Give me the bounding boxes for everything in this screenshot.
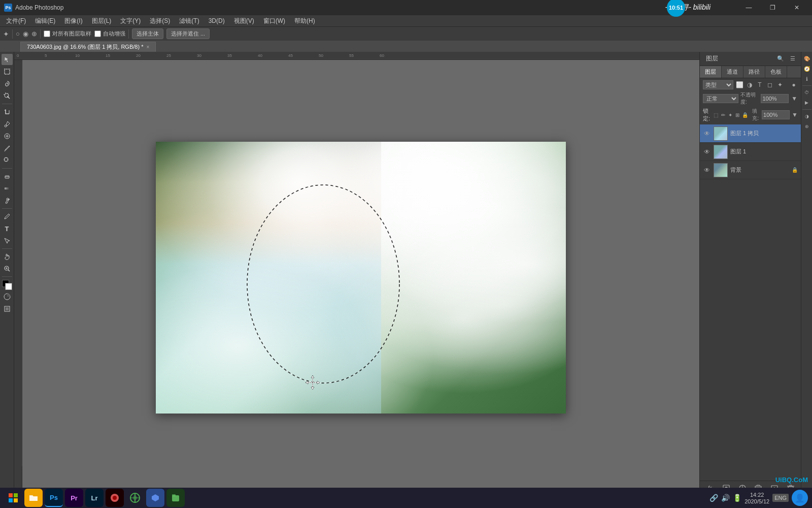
minimize-button[interactable]: —: [737, 1, 760, 15]
right-actions-icon[interactable]: ▶: [802, 98, 811, 107]
layer-type-select[interactable]: 类型: [703, 80, 733, 89]
right-color-icon[interactable]: 🎨: [802, 54, 811, 63]
tab-channels[interactable]: 通道: [722, 66, 743, 78]
tool-eyedropper[interactable]: [2, 118, 13, 130]
menu-image[interactable]: 图像(I): [60, 16, 86, 26]
tab-paths[interactable]: 路径: [743, 66, 765, 78]
tool-selection[interactable]: [2, 54, 13, 65]
layer-opacity-input[interactable]: [761, 94, 789, 103]
layer-item-1[interactable]: 👁 图层 1: [700, 143, 801, 161]
lock-position-button[interactable]: ✦: [728, 111, 733, 119]
lock-pixels-button[interactable]: ✏: [720, 111, 725, 119]
tool-pen[interactable]: [2, 211, 13, 222]
file-tab[interactable]: 730A0603.jpg @ 16.6% (图层 1 拷贝, RGB/8) * …: [20, 42, 156, 52]
lock-all-button[interactable]: 🔒: [742, 111, 748, 119]
menu-bar: 文件(F) 编辑(E) 图像(I) 图层(L) 文字(Y) 选择(S) 滤镜(T…: [0, 15, 812, 26]
svg-text:0: 0: [17, 53, 19, 58]
layer-visibility-bg[interactable]: 👁: [703, 166, 711, 174]
tool-quick-mask[interactable]: [2, 291, 13, 302]
tray-volume-icon[interactable]: 🔊: [721, 494, 730, 502]
tab-bar: 730A0603.jpg @ 16.6% (图层 1 拷贝, RGB/8) * …: [0, 41, 812, 52]
tool-icon-1[interactable]: ✦: [3, 30, 9, 38]
layer-visibility-copy[interactable]: 👁: [703, 130, 711, 138]
taskbar-davinci[interactable]: [106, 489, 124, 507]
tool-icon-3[interactable]: ◉: [23, 30, 28, 38]
tool-marquee[interactable]: [2, 66, 13, 77]
layer-filter-shape-icon[interactable]: ◻: [766, 81, 774, 89]
tool-hand[interactable]: [2, 251, 13, 262]
tool-gradient[interactable]: [2, 183, 13, 194]
tool-icon-4[interactable]: ⊕: [31, 30, 37, 38]
layer-item-background[interactable]: 👁 背景 🔒: [700, 161, 801, 179]
panel-search-icon[interactable]: 🔍: [775, 54, 786, 64]
menu-help[interactable]: 帮助(H): [290, 16, 319, 26]
start-button[interactable]: [4, 489, 22, 507]
window-controls[interactable]: — ❐ ✕: [737, 1, 808, 15]
tool-magic-wand[interactable]: [2, 90, 13, 102]
layer-fill-input[interactable]: [762, 110, 790, 119]
tab-close-button[interactable]: ×: [146, 44, 149, 50]
right-navigator-icon[interactable]: 🧭: [802, 64, 811, 73]
tray-network-icon[interactable]: 🔗: [709, 494, 718, 502]
menu-3d[interactable]: 3D(D): [205, 16, 229, 25]
right-adjust-icon[interactable]: ◑: [802, 112, 811, 121]
taskbar-file-explorer[interactable]: [24, 489, 43, 507]
input-method-indicator[interactable]: ENG: [772, 494, 789, 502]
taskbar-browser[interactable]: [126, 489, 144, 507]
layer-filter-toggle[interactable]: ●: [790, 81, 798, 89]
tray-battery-icon[interactable]: 🔋: [733, 494, 741, 502]
menu-select[interactable]: 选择(S): [146, 16, 174, 26]
panel-menu-icon[interactable]: ☰: [788, 54, 798, 64]
lock-transparent-button[interactable]: ⬚: [713, 111, 718, 119]
menu-window[interactable]: 窗口(W): [259, 16, 289, 26]
taskbar-lightroom[interactable]: Lr: [85, 489, 104, 507]
restore-button[interactable]: ❐: [761, 1, 784, 15]
tool-screen-mode[interactable]: [2, 303, 13, 314]
tool-dodge[interactable]: [2, 195, 13, 206]
layer-item-copy[interactable]: 👁 图层 1 拷贝: [700, 124, 801, 143]
select-subject-button[interactable]: 选择主体: [132, 28, 163, 39]
color-swatches[interactable]: [2, 280, 12, 290]
lock-artboard-button[interactable]: ⊞: [735, 111, 740, 119]
tool-clone[interactable]: [2, 155, 13, 166]
fill-arrow[interactable]: ▼: [792, 111, 798, 119]
taskbar-photoshop[interactable]: Ps: [45, 489, 63, 507]
taskbar-premiere[interactable]: Pr: [65, 489, 83, 507]
menu-layer[interactable]: 图层(L): [88, 16, 116, 26]
auto-enhance-checkbox[interactable]: [94, 30, 101, 37]
menu-text[interactable]: 文字(Y): [116, 16, 145, 26]
tool-path-selection[interactable]: [2, 235, 13, 246]
tool-lasso[interactable]: [2, 78, 13, 89]
menu-edit[interactable]: 编辑(E): [31, 16, 59, 26]
tool-text[interactable]: T: [2, 223, 13, 234]
tool-zoom[interactable]: [2, 263, 13, 274]
tool-eraser[interactable]: [2, 171, 13, 182]
close-button[interactable]: ✕: [785, 1, 808, 15]
tool-crop[interactable]: [2, 106, 13, 117]
layer-filter-smart-icon[interactable]: ✦: [776, 81, 784, 89]
menu-view[interactable]: 视图(V): [230, 16, 258, 26]
file-tab-label: 730A0603.jpg @ 16.6% (图层 1 拷贝, RGB/8) *: [27, 43, 143, 51]
taskbar-app7[interactable]: [166, 489, 185, 507]
opacity-arrow[interactable]: ▼: [791, 94, 798, 103]
taskbar-app6[interactable]: [146, 489, 164, 507]
layer-filter-pixel-icon[interactable]: ⬜: [735, 81, 743, 89]
tool-icon-2[interactable]: ○: [16, 30, 20, 38]
right-history-icon[interactable]: ⏱: [802, 88, 811, 97]
all-layers-checkbox[interactable]: [44, 30, 50, 37]
taskbar-clock[interactable]: 14:22 2020/5/12: [745, 492, 769, 504]
user-avatar[interactable]: 👤: [792, 490, 808, 506]
right-info-icon[interactable]: ℹ: [802, 74, 811, 83]
select-mask-button[interactable]: 选择并遮住 ...: [166, 28, 210, 39]
tool-heal[interactable]: [2, 131, 13, 142]
layer-filter-text-icon[interactable]: T: [756, 81, 764, 89]
menu-file[interactable]: 文件(F): [2, 16, 30, 26]
tool-brush[interactable]: [2, 143, 13, 154]
layer-visibility-1[interactable]: 👁: [703, 148, 711, 156]
layer-blend-mode-select[interactable]: 正常 溶解 正片叠底 滤色: [703, 94, 738, 103]
right-styles-icon[interactable]: ⊛: [802, 122, 811, 131]
tab-swatches[interactable]: 色板: [765, 66, 787, 78]
menu-filter[interactable]: 滤镜(T): [175, 16, 203, 26]
tab-layers[interactable]: 图层: [700, 66, 722, 78]
layer-filter-adjust-icon[interactable]: ◑: [746, 81, 754, 89]
